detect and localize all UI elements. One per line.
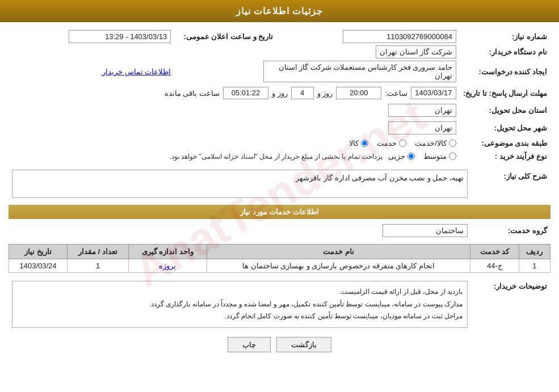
delivery-city-value: تهران	[9, 119, 460, 137]
col-service-name: نام خدمت	[207, 245, 470, 259]
row-send-date: مهلت ارسال پاسخ: تا تاریخ: 1403/03/17 سا…	[9, 85, 550, 102]
radio-jozi-input[interactable]	[407, 153, 415, 160]
col-date: تاریخ نیاز	[9, 245, 68, 259]
delivery-province-value: تهران	[9, 102, 460, 119]
remaining-box: 05:01:22	[223, 87, 268, 99]
procurement-flex: متوسط جزیی پرداخت تمام یا بخشی از مبلغ خ…	[12, 152, 456, 161]
main-content: AnatTender.net شماره نیاز: 1103092769000…	[0, 22, 559, 365]
radio-kala-input[interactable]	[361, 140, 368, 147]
radio-khedmat[interactable]: خدمت	[377, 139, 406, 147]
row-service-group: گروه خدمت: ساختمان	[9, 222, 550, 239]
creator-value: حامد سروری فخر کارشناس مستعملات شرکت گاز…	[174, 58, 460, 85]
radio-khedmat-label: خدمت	[377, 139, 397, 147]
procurement-label: نوع فرآیند خرید :	[460, 150, 550, 163]
date-flex: 1403/03/17 ساعت: 20:00 روز و 4 روز و 05:…	[12, 87, 456, 99]
need-desc-label: شرح کلی نیاز:	[471, 167, 550, 200]
need-number-box: 1103092769000084	[343, 30, 456, 43]
category-options: کالا/خدمت خدمت کالا	[9, 137, 460, 150]
contact-link[interactable]: اطلاعات تماس خریدار	[102, 68, 171, 76]
buyer-notes-label: توضیحات خریدار:	[471, 279, 550, 330]
services-table-body: 1 ج-44 انجام کارهای متفرقه درخصوص بازساز…	[9, 259, 550, 273]
send-time-box: 20:00	[336, 87, 381, 99]
radio-kala-khedmat[interactable]: کالا/خدمت	[415, 139, 456, 147]
procurement-text: پرداخت تمام یا بخشی از مبلغ خریدار از مح…	[170, 153, 383, 161]
row-need-number: شماره نیاز: 1103092769000084 تاریخ و ساع…	[9, 28, 550, 45]
cell-row-number: 1	[519, 259, 550, 273]
delivery-province-box: تهران	[388, 104, 456, 117]
service-group-value: ساختمان	[9, 222, 471, 239]
buyer-notes-value: بازدید از محل، قبل از ارائه قیمت الزامیس…	[9, 279, 471, 330]
services-table: ردیف کد خدمت نام خدمت واحد اندازه گیری ت…	[9, 244, 550, 273]
row-creator: ایجاد کننده درخواست: حامد سروری فخر کارش…	[9, 58, 550, 85]
need-number-value: 1103092769000084	[276, 28, 460, 45]
need-desc-box: تهیه، حمل و نصب مخزن آب مصرفی اداره گاز …	[12, 170, 468, 198]
need-desc-value: تهیه، حمل و نصب مخزن آب مصرفی اداره گاز …	[9, 167, 471, 200]
radio-kala-label: کالا	[349, 139, 359, 147]
need-number-label: شماره نیاز:	[460, 28, 550, 45]
delivery-province-label: استان محل تحویل:	[460, 102, 550, 119]
remaining-label: ساعت باقی مانده	[165, 89, 220, 98]
announcement-date-box: 1403/03/13 - 13:29	[69, 30, 171, 43]
row-buyer-name: نام دستگاه خریدار: شرکت گاز استان تهران	[9, 45, 550, 58]
send-time-label: ساعت:	[385, 89, 407, 98]
row-category: طبقه بندی موضوعی: کالا/خدمت خدمت	[9, 137, 550, 150]
radio-kala-khedmat-input[interactable]	[449, 140, 456, 147]
announcement-date-value: 1403/03/13 - 13:29	[9, 28, 174, 45]
need-desc-table: شرح کلی نیاز: تهیه، حمل و نصب مخزن آب مص…	[9, 167, 550, 200]
radio-khedmat-input[interactable]	[399, 140, 406, 147]
contact-link-cell: اطلاعات تماس خریدار	[9, 58, 174, 85]
cell-unit: پروژه	[129, 259, 207, 273]
info-table: شماره نیاز: 1103092769000084 تاریخ و ساع…	[9, 28, 550, 163]
send-days-label: روز و	[317, 89, 333, 98]
col-row-number: ردیف	[519, 245, 550, 259]
delivery-city-box: تهران	[388, 121, 456, 134]
col-service-code: کد خدمت	[470, 245, 519, 259]
announcement-date-label: تاریخ و ساعت اعلان عمومی:	[174, 28, 276, 45]
send-days-text: روز و	[272, 89, 288, 98]
page-header: جزئیات اطلاعات نیاز	[0, 0, 559, 22]
back-button[interactable]: بازگشت	[276, 337, 331, 352]
buyer-name-value: شرکت گاز استان تهران	[9, 45, 460, 58]
page-wrapper: جزئیات اطلاعات نیاز AnatTender.net شماره…	[0, 0, 559, 392]
notes-line: مدارک پیوست در سامانه، میبایست توسط تأمی…	[17, 298, 463, 311]
notes-line: بازدید از محل، قبل از ارائه قیمت الزامیس…	[17, 286, 463, 298]
send-date-label: مهلت ارسال پاسخ: تا تاریخ:	[460, 85, 550, 102]
radio-jozi[interactable]: جزیی	[388, 152, 415, 161]
services-table-header-row: ردیف کد خدمت نام خدمت واحد اندازه گیری ت…	[9, 245, 550, 259]
radio-kala[interactable]: کالا	[349, 139, 368, 147]
col-quantity: تعداد / مقدار	[68, 245, 129, 259]
services-section-header: اطلاعات خدمات مورد نیاز	[9, 205, 550, 219]
cell-service-code: ج-44	[470, 259, 519, 273]
category-radio-group: کالا/خدمت خدمت کالا	[12, 139, 456, 147]
procurement-row: متوسط جزیی پرداخت تمام یا بخشی از مبلغ خ…	[9, 150, 460, 163]
buyer-notes-box: بازدید از محل، قبل از ارائه قیمت الزامیس…	[12, 281, 468, 328]
creator-box: حامد سروری فخر کارشناس مستعملات شرکت گاز…	[263, 61, 456, 82]
send-date-row: 1403/03/17 ساعت: 20:00 روز و 4 روز و 05:…	[9, 85, 460, 102]
btn-row: بازگشت چاپ	[9, 337, 550, 352]
table-row: 1 ج-44 انجام کارهای متفرقه درخصوص بازساز…	[9, 259, 550, 273]
category-label: طبقه بندی موضوعی:	[460, 137, 550, 150]
cell-quantity: 1	[68, 259, 129, 273]
print-button[interactable]: چاپ	[228, 337, 271, 352]
creator-label: ایجاد کننده درخواست:	[460, 58, 550, 85]
notes-line: مراحل ثبت در سامانه مودیان، میبایست توسط…	[17, 310, 463, 323]
page-title: جزئیات اطلاعات نیاز	[236, 6, 323, 16]
procurement-radio-group: متوسط جزیی	[388, 152, 456, 161]
buyer-name-box: شرکت گاز استان تهران	[376, 45, 456, 58]
radio-kala-khedmat-label: کالا/خدمت	[415, 139, 447, 147]
row-need-desc: شرح کلی نیاز: تهیه، حمل و نصب مخزن آب مص…	[9, 167, 550, 200]
service-group-label: گروه خدمت:	[471, 222, 550, 239]
radio-motavaset[interactable]: متوسط	[423, 152, 456, 161]
row-delivery-city: شهر محل تحویل: تهران	[9, 119, 550, 137]
col-unit: واحد اندازه گیری	[129, 245, 207, 259]
service-group-table: گروه خدمت: ساختمان	[9, 222, 550, 239]
services-table-head: ردیف کد خدمت نام خدمت واحد اندازه گیری ت…	[9, 245, 550, 259]
row-procurement: نوع فرآیند خرید : متوسط جزیی	[9, 150, 550, 163]
cell-service-name: انجام کارهای متفرقه درخصوص بازسازی و بهس…	[207, 259, 470, 273]
radio-motavaset-label: متوسط	[423, 152, 447, 161]
radio-motavaset-input[interactable]	[449, 153, 456, 160]
radio-jozi-label: جزیی	[388, 152, 405, 161]
delivery-city-label: شهر محل تحویل:	[460, 119, 550, 137]
row-buyer-notes: توضیحات خریدار: بازدید از محل، قبل از ار…	[9, 279, 550, 330]
send-days-box: 4	[291, 87, 314, 99]
